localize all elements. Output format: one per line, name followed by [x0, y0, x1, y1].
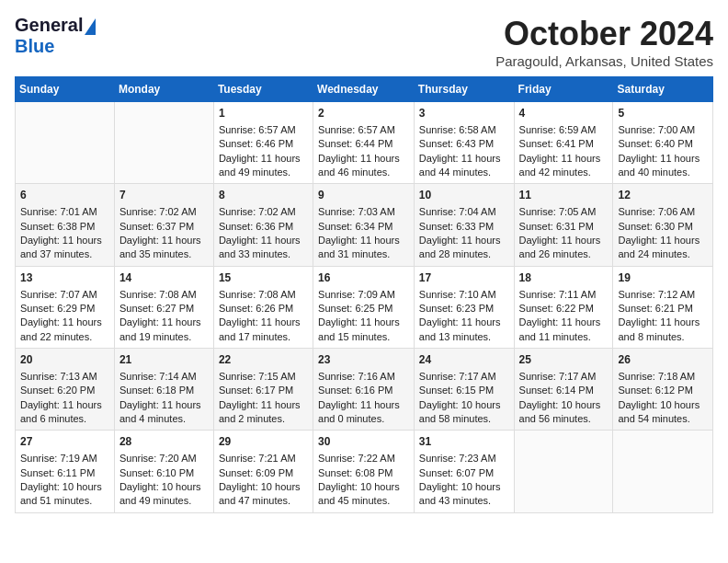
day-info: Daylight: 11 hours and 26 minutes. [519, 234, 609, 262]
calendar-cell: 7Sunrise: 7:02 AMSunset: 6:37 PMDaylight… [114, 184, 213, 266]
day-info: Daylight: 11 hours and 13 minutes. [419, 316, 509, 344]
title-section: October 2024 Paragould, Arkansas, United… [495, 15, 713, 69]
day-info: Sunrise: 7:16 AM [318, 370, 409, 384]
day-info: Sunset: 6:40 PM [618, 137, 708, 151]
day-number: 7 [119, 188, 209, 203]
calendar-cell: 18Sunrise: 7:11 AMSunset: 6:22 PMDayligh… [514, 266, 613, 348]
location-subtitle: Paragould, Arkansas, United States [495, 53, 713, 69]
day-info: Sunset: 6:16 PM [318, 384, 409, 397]
day-info: Sunrise: 7:01 AM [20, 205, 109, 219]
calendar-week-row: 27Sunrise: 7:19 AMSunset: 6:11 PMDayligh… [16, 431, 713, 512]
calendar-cell: 24Sunrise: 7:17 AMSunset: 6:15 PMDayligh… [414, 349, 514, 431]
logo: General Blue [15, 15, 96, 56]
calendar-cell [114, 102, 213, 184]
calendar-cell: 10Sunrise: 7:04 AMSunset: 6:33 PMDayligh… [414, 184, 514, 266]
day-info: Sunrise: 7:12 AM [618, 288, 708, 302]
day-info: Daylight: 11 hours and 19 minutes. [119, 316, 209, 344]
day-number: 24 [419, 352, 509, 368]
day-info: Sunrise: 7:22 AM [318, 452, 409, 465]
day-info: Sunset: 6:18 PM [119, 384, 209, 397]
calendar-cell: 21Sunrise: 7:14 AMSunset: 6:18 PMDayligh… [114, 349, 213, 431]
header-wednesday: Wednesday [313, 77, 415, 102]
day-info: Sunset: 6:44 PM [318, 137, 409, 151]
day-info: Sunset: 6:17 PM [219, 384, 308, 397]
calendar-cell [16, 102, 115, 184]
day-number: 18 [519, 270, 609, 286]
day-info: Sunset: 6:20 PM [20, 384, 109, 397]
calendar-cell: 4Sunrise: 6:59 AMSunset: 6:41 PMDaylight… [514, 102, 613, 184]
day-info: Sunset: 6:46 PM [219, 137, 308, 151]
day-number: 20 [20, 352, 109, 368]
day-info: Daylight: 11 hours and 46 minutes. [318, 152, 409, 180]
day-info: Sunrise: 7:23 AM [419, 452, 509, 465]
calendar-cell: 2Sunrise: 6:57 AMSunset: 6:44 PMDaylight… [313, 102, 415, 184]
day-info: Sunrise: 7:10 AM [419, 288, 509, 302]
day-info: Sunrise: 7:15 AM [219, 370, 308, 384]
day-info: Sunrise: 7:11 AM [519, 288, 609, 302]
day-info: Sunrise: 7:00 AM [618, 123, 708, 137]
day-info: Daylight: 11 hours and 35 minutes. [119, 234, 209, 262]
calendar-cell: 17Sunrise: 7:10 AMSunset: 6:23 PMDayligh… [414, 266, 514, 348]
day-number: 23 [318, 352, 409, 368]
day-info: Sunset: 6:33 PM [419, 220, 509, 234]
day-info: Daylight: 10 hours and 56 minutes. [519, 398, 609, 427]
calendar-cell: 13Sunrise: 7:07 AMSunset: 6:29 PMDayligh… [16, 266, 115, 348]
day-number: 10 [419, 188, 509, 203]
day-info: Daylight: 10 hours and 47 minutes. [219, 480, 308, 509]
day-number: 29 [219, 434, 308, 450]
day-info: Daylight: 11 hours and 31 minutes. [318, 234, 409, 262]
day-number: 22 [219, 352, 308, 368]
day-info: Sunrise: 6:58 AM [419, 123, 509, 137]
day-number: 8 [219, 188, 308, 203]
day-number: 9 [318, 188, 409, 203]
day-info: Sunrise: 7:13 AM [20, 370, 109, 384]
day-number: 1 [219, 106, 308, 121]
day-info: Daylight: 10 hours and 54 minutes. [618, 398, 708, 427]
day-number: 15 [219, 270, 308, 286]
day-info: Sunset: 6:31 PM [519, 220, 609, 234]
day-number: 31 [419, 434, 509, 450]
day-info: Daylight: 11 hours and 42 minutes. [519, 152, 609, 180]
day-info: Daylight: 11 hours and 40 minutes. [618, 152, 708, 180]
day-info: Sunrise: 7:08 AM [119, 288, 209, 302]
calendar-cell: 23Sunrise: 7:16 AMSunset: 6:16 PMDayligh… [313, 349, 415, 431]
logo-text-blue: Blue [15, 36, 54, 56]
day-number: 4 [519, 106, 609, 121]
day-info: Sunrise: 7:03 AM [318, 205, 409, 219]
day-info: Sunrise: 7:21 AM [219, 452, 308, 465]
day-info: Sunrise: 7:08 AM [219, 288, 308, 302]
day-info: Sunset: 6:08 PM [318, 466, 409, 480]
day-info: Sunset: 6:22 PM [519, 302, 609, 316]
day-info: Daylight: 11 hours and 28 minutes. [419, 234, 509, 262]
day-info: Sunrise: 7:02 AM [119, 205, 209, 219]
calendar-cell: 1Sunrise: 6:57 AMSunset: 6:46 PMDaylight… [213, 102, 313, 184]
day-info: Sunrise: 7:06 AM [618, 205, 708, 219]
day-info: Sunrise: 7:20 AM [119, 452, 209, 465]
day-info: Sunset: 6:07 PM [419, 466, 509, 480]
day-info: Sunset: 6:09 PM [219, 466, 308, 480]
day-number: 12 [618, 188, 708, 203]
day-info: Daylight: 10 hours and 49 minutes. [119, 480, 209, 509]
logo-text-general: General [15, 15, 96, 36]
header-sunday: Sunday [16, 77, 115, 102]
calendar-cell: 20Sunrise: 7:13 AMSunset: 6:20 PMDayligh… [16, 349, 115, 431]
calendar-cell: 11Sunrise: 7:05 AMSunset: 6:31 PMDayligh… [514, 184, 613, 266]
day-number: 17 [419, 270, 509, 286]
header-saturday: Saturday [613, 77, 713, 102]
day-info: Sunrise: 7:05 AM [519, 205, 609, 219]
calendar-cell: 12Sunrise: 7:06 AMSunset: 6:30 PMDayligh… [613, 184, 713, 266]
calendar-cell [514, 431, 613, 512]
day-info: Sunrise: 6:59 AM [519, 123, 609, 137]
day-info: Sunset: 6:29 PM [20, 302, 109, 316]
calendar-cell: 16Sunrise: 7:09 AMSunset: 6:25 PMDayligh… [313, 266, 415, 348]
day-info: Sunrise: 7:07 AM [20, 288, 109, 302]
day-info: Daylight: 10 hours and 58 minutes. [419, 398, 509, 427]
calendar-header-row: SundayMondayTuesdayWednesdayThursdayFrid… [16, 77, 713, 102]
day-info: Sunrise: 7:04 AM [419, 205, 509, 219]
calendar-cell: 5Sunrise: 7:00 AMSunset: 6:40 PMDaylight… [613, 102, 713, 184]
day-info: Daylight: 11 hours and 24 minutes. [618, 234, 708, 262]
day-info: Sunset: 6:23 PM [419, 302, 509, 316]
day-number: 19 [618, 270, 708, 286]
calendar-week-row: 13Sunrise: 7:07 AMSunset: 6:29 PMDayligh… [16, 266, 713, 348]
day-info: Sunset: 6:26 PM [219, 302, 308, 316]
